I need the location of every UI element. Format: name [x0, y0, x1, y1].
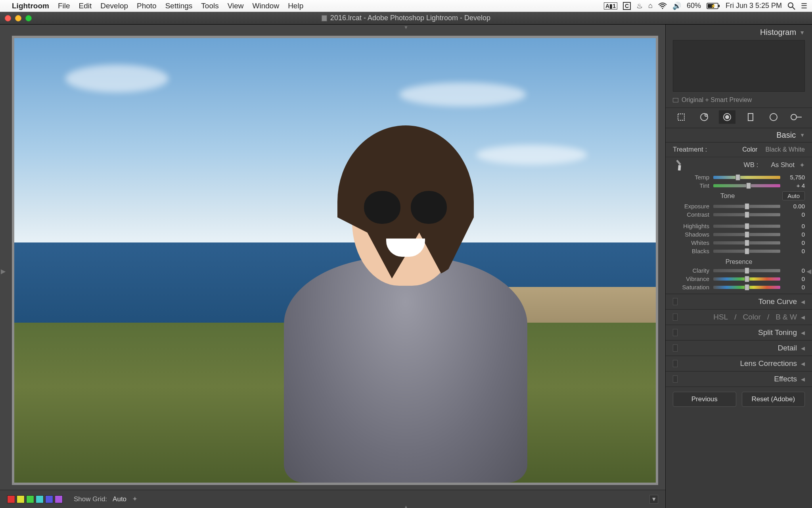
window-zoom-button[interactable]	[25, 15, 32, 21]
panel-switch-icon[interactable]	[673, 375, 678, 383]
airplay-icon[interactable]: ⌂	[648, 2, 653, 10]
temp-slider[interactable]	[713, 176, 780, 179]
app-name[interactable]: Lightroom	[12, 2, 49, 10]
saturation-value[interactable]: 0	[784, 284, 805, 291]
menu-file[interactable]: File	[58, 2, 70, 10]
clarity-slider[interactable]	[713, 269, 780, 272]
tint-value[interactable]: + 4	[784, 182, 805, 189]
detail-panel[interactable]: Detail◀	[666, 340, 812, 356]
color-chip-yellow[interactable]	[17, 495, 25, 503]
tone-curve-panel[interactable]: Tone Curve◀	[666, 294, 812, 309]
previous-button[interactable]: Previous	[673, 392, 736, 407]
vibrance-value[interactable]: 0	[784, 275, 805, 282]
menu-develop[interactable]: Develop	[100, 2, 128, 10]
crop-tool[interactable]	[673, 110, 689, 124]
highlights-value[interactable]: 0	[784, 223, 805, 229]
wb-dropdown-icon[interactable]: ✦	[799, 161, 805, 169]
exposure-value[interactable]: 0.00	[784, 203, 805, 210]
window-close-button[interactable]	[5, 15, 11, 21]
cc-icon[interactable]: C	[623, 2, 631, 10]
blacks-slider[interactable]	[713, 250, 780, 253]
menu-edit[interactable]: Edit	[79, 2, 92, 10]
effects-panel[interactable]: Effects◀	[666, 371, 812, 387]
svg-point-9	[705, 114, 707, 116]
whites-slider[interactable]	[713, 241, 780, 244]
svg-point-0	[662, 8, 663, 9]
datetime[interactable]: Fri Jun 3 5:25 PM	[726, 2, 782, 10]
panel-switch-icon[interactable]	[673, 344, 678, 352]
panel-switch-icon[interactable]	[673, 314, 678, 321]
show-grid-label: Show Grid:	[74, 495, 107, 503]
radial-filter-tool[interactable]	[765, 110, 782, 124]
shadows-value[interactable]: 0	[784, 231, 805, 238]
menu-tools[interactable]: Tools	[201, 2, 218, 10]
contrast-slider[interactable]	[713, 213, 780, 216]
backblaze-icon[interactable]: ♨	[636, 2, 643, 10]
top-panel-handle[interactable]: ▼	[398, 25, 414, 29]
exposure-slider[interactable]	[713, 205, 780, 208]
spot-removal-tool[interactable]	[696, 110, 712, 124]
presence-subhead: Presence	[666, 255, 812, 266]
graduated-filter-tool[interactable]	[742, 110, 759, 124]
menu-window[interactable]: Window	[253, 2, 280, 10]
left-panel-handle[interactable]: ▶	[1, 266, 6, 276]
menu-settings[interactable]: Settings	[165, 2, 193, 10]
redeye-tool[interactable]	[719, 110, 735, 124]
contrast-value[interactable]: 0	[784, 211, 805, 218]
svg-rect-16	[676, 160, 681, 165]
menu-view[interactable]: View	[228, 2, 244, 10]
color-chip-blue[interactable]	[45, 495, 53, 503]
wifi-icon[interactable]	[658, 2, 667, 10]
basic-collapse-icon[interactable]: ▼	[800, 132, 805, 138]
adobe-cc-icon[interactable]: A▮1	[604, 2, 617, 10]
menu-extras-icon[interactable]: ☰	[801, 2, 807, 10]
svg-rect-12	[748, 114, 753, 121]
reset-button[interactable]: Reset (Adobe)	[742, 392, 805, 407]
color-label-chips	[7, 495, 63, 503]
adjustment-brush-tool[interactable]	[788, 110, 805, 124]
right-panel-handle[interactable]: ◀	[806, 266, 811, 276]
saturation-slider[interactable]	[713, 286, 780, 289]
auto-tone-button[interactable]: Auto	[782, 191, 805, 200]
color-chip-teal[interactable]	[36, 495, 44, 503]
clarity-label: Clarity	[673, 267, 709, 274]
whites-value[interactable]: 0	[784, 239, 805, 246]
app-window: 2016.lrcat - Adobe Photoshop Lightroom -…	[0, 12, 812, 508]
volume-icon[interactable]: 🔊	[672, 2, 681, 10]
window-minimize-button[interactable]	[15, 15, 21, 21]
temp-value[interactable]: 5,750	[784, 174, 805, 181]
tint-label: Tint	[673, 182, 709, 189]
histogram-title[interactable]: Histogram	[760, 28, 796, 37]
spotlight-icon[interactable]	[787, 2, 795, 10]
panel-switch-icon[interactable]	[673, 360, 678, 367]
color-chip-green[interactable]	[26, 495, 34, 503]
lens-corrections-panel[interactable]: Lens Corrections◀	[666, 356, 812, 371]
vibrance-slider[interactable]	[713, 277, 780, 281]
highlights-slider[interactable]	[713, 225, 780, 228]
bottom-panel-handle[interactable]: ▲	[398, 504, 414, 508]
panel-switch-icon[interactable]	[673, 329, 678, 336]
clarity-value[interactable]: 0	[784, 267, 805, 274]
histogram-display[interactable]	[673, 40, 805, 92]
shadows-slider[interactable]	[713, 233, 780, 236]
blacks-value[interactable]: 0	[784, 248, 805, 254]
basic-panel-title[interactable]: Basic	[776, 131, 796, 140]
panel-switch-icon[interactable]	[673, 298, 678, 305]
color-chip-red[interactable]	[7, 495, 15, 503]
show-grid-value[interactable]: Auto	[113, 495, 126, 503]
histogram-collapse-icon[interactable]: ▼	[799, 29, 805, 36]
color-chip-purple[interactable]	[55, 495, 63, 503]
wb-eyedropper-icon[interactable]	[670, 157, 686, 173]
treatment-bw[interactable]: Black & White	[765, 146, 805, 153]
grid-stepper-icon[interactable]: ✦	[132, 495, 138, 503]
wb-value[interactable]: As Shot	[771, 161, 795, 169]
treatment-color[interactable]: Color	[742, 146, 757, 153]
menu-photo[interactable]: Photo	[137, 2, 157, 10]
image-canvas[interactable]	[12, 36, 658, 485]
battery-icon[interactable]: ⚡	[707, 3, 720, 9]
tint-slider[interactable]	[713, 184, 780, 187]
menu-help[interactable]: Help	[288, 2, 303, 10]
hsl-panel[interactable]: HSL/Color/B & W◀	[666, 309, 812, 325]
toolbar-dropdown[interactable]: ▾	[649, 495, 658, 504]
split-toning-panel[interactable]: Split Toning◀	[666, 325, 812, 340]
